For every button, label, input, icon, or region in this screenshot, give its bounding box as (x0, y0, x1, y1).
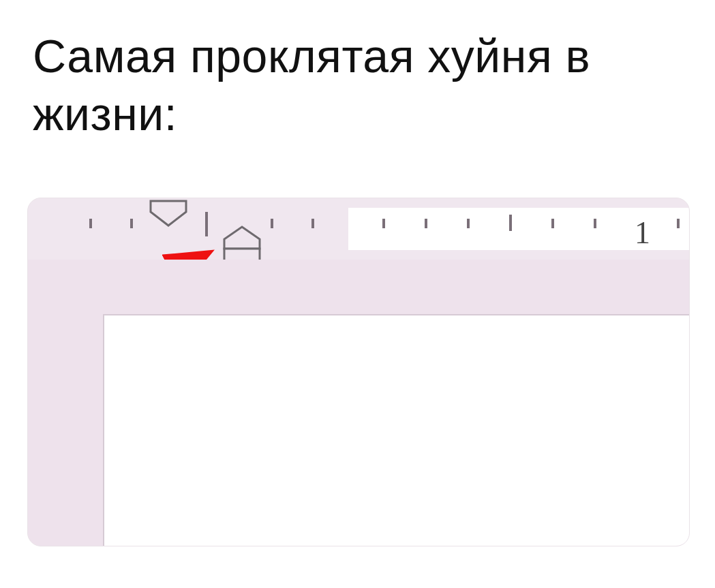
ruler-tick (467, 219, 470, 228)
caption-text: Самая проклятая хуйня в жизни: (33, 27, 682, 143)
first-line-indent-marker-icon[interactable] (149, 200, 187, 227)
ruler-tick (594, 219, 596, 228)
ruler-tick (130, 219, 133, 228)
ruler-tick (425, 219, 427, 228)
ruler-tick (271, 219, 273, 228)
document-margin-area (28, 260, 689, 546)
document-page[interactable] (103, 314, 689, 546)
svg-marker-0 (151, 201, 186, 226)
ruler-tick (311, 219, 314, 228)
ruler-tick (509, 215, 512, 231)
ruler-tick (205, 212, 208, 236)
ruler-tick (382, 219, 385, 228)
ruler-tick (89, 219, 92, 228)
word-processor-screenshot: 1 (27, 198, 690, 546)
meme-frame: Самая проклятая хуйня в жизни: 1 (0, 0, 715, 588)
horizontal-ruler[interactable]: 1 (28, 198, 689, 261)
ruler-tick (551, 219, 554, 228)
svg-marker-1 (224, 227, 260, 249)
ruler-number: 1 (635, 215, 650, 251)
ruler-tick (677, 219, 680, 228)
